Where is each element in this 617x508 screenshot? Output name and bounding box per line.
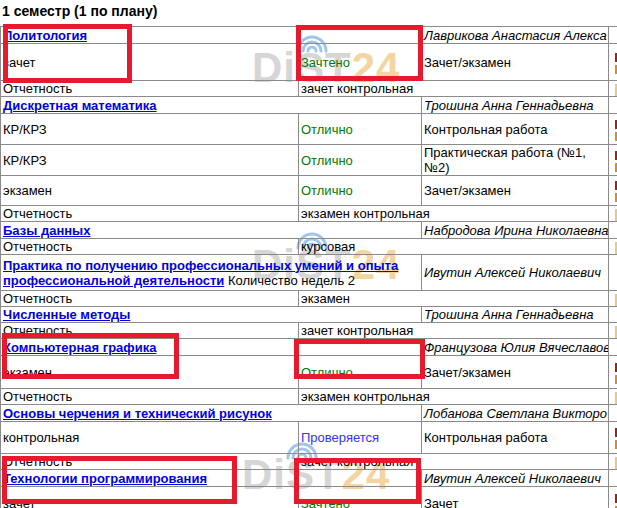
subject-row: Практика по получению профессиональных у… (1, 255, 617, 291)
clipped-cell (609, 405, 617, 422)
report-value: курсовая (299, 239, 609, 255)
teacher-name: Набродова Ирина Николаевна (422, 222, 609, 239)
subject-row: Базы данных Набродова Ирина Николаевна (1, 222, 617, 239)
report-label: Отчетность (1, 239, 299, 255)
subject-link-chislennye-metody[interactable]: Численные методы (3, 307, 130, 322)
subject-row: Дискретная математика Трошина Анна Генна… (1, 97, 617, 114)
report-label: Отчетность (1, 323, 299, 339)
assessment-form: экзамен (1, 356, 299, 389)
clipped-cell (609, 422, 617, 454)
clipped-cell (609, 176, 617, 206)
subject-link-kompyuternaya-grafika[interactable]: Компьютерная графика (3, 340, 156, 355)
report-value: зачет контрольная (299, 81, 609, 97)
clipped-cell (609, 27, 617, 44)
report-value: экзамен (299, 291, 609, 307)
clipped-cell (609, 291, 617, 307)
teacher-name: Французова Юлия Вячеславове (422, 339, 609, 356)
report-row: Отчетность экзамен (1, 291, 617, 307)
teacher-name: Трошина Анна Геннадьевна (422, 307, 609, 323)
clipped-cell (609, 339, 617, 356)
clipped-cell (609, 239, 617, 255)
report-label: Отчетность (1, 389, 299, 405)
grade-value: Отлично (299, 176, 422, 206)
report-label: Отчетность (1, 81, 299, 97)
assessment-form: экзамен (1, 176, 299, 206)
teacher-name: Ивутин Алексей Николаевич (422, 470, 609, 487)
clipped-cell (609, 114, 617, 145)
report-row: Отчетность зачет контрольная (1, 323, 617, 339)
assessment-type: Зачет (422, 487, 609, 508)
teacher-name: Ивутин Алексей Николаевич (422, 255, 609, 291)
report-value: экзамен контрольная (299, 206, 609, 222)
clipped-cell (609, 454, 617, 470)
grade-row: зачет Зачтено Зачет/экзамен (1, 44, 617, 81)
semester-title: 1 семестр (1 по плану) (2, 3, 157, 19)
assessment-type: Контрольная работа (422, 422, 609, 454)
clipped-cell (609, 389, 617, 405)
grade-value: Отлично (299, 356, 422, 389)
subject-link-politologiya[interactable]: Политология (3, 28, 87, 43)
report-value: экзамен контрольная (299, 389, 609, 405)
teacher-name: Трошина Анна Геннадьевна (422, 97, 609, 114)
assessment-type: Контрольная работа (422, 114, 609, 145)
subject-row: Основы черчения и технический рисунок Ло… (1, 405, 617, 422)
assessment-type: Зачет/экзамен (422, 176, 609, 206)
report-label: Отчетность (1, 206, 299, 222)
subject-row: Компьютерная графика Французова Юлия Вяч… (1, 339, 617, 356)
assessment-type: Зачет/экзамен (422, 44, 609, 81)
clipped-cell (609, 44, 617, 81)
grade-row: экзамен Отлично Зачет/экзамен (1, 176, 617, 206)
clipped-cell (609, 206, 617, 222)
subject-link-bazy-dannyh[interactable]: Базы данных (3, 223, 90, 238)
subject-link-osnovy-chercheniya[interactable]: Основы черчения и технический рисунок (3, 406, 272, 421)
report-row: Отчетность зачет контрольная (1, 81, 617, 97)
report-row: Отчетность экзамен контрольная (1, 206, 617, 222)
grade-row: КР/КРЗ Отлично Практическая работа (№1, … (1, 145, 617, 176)
grade-value: Зачтено (299, 44, 422, 81)
clipped-cell (609, 97, 617, 114)
gradebook-screen: 1 семестр (1 по плану) DiST24 DiST24 DiS… (0, 0, 617, 508)
assessment-form: КР/КРЗ (1, 114, 299, 145)
subject-row: Технологии программирования Ивутин Алекс… (1, 470, 617, 487)
report-label: Отчетность (1, 291, 299, 307)
grade-row: экзамен Отлично Зачет/экзамен (1, 356, 617, 389)
clipped-cell (609, 222, 617, 239)
clipped-cell (609, 307, 617, 323)
report-row: Отчетность экзамен контрольная (1, 389, 617, 405)
clipped-cell (609, 323, 617, 339)
subject-row: Численные методы Трошина Анна Геннадьевн… (1, 307, 617, 323)
assessment-form: зачет (1, 44, 299, 81)
clipped-cell (609, 145, 617, 176)
grade-value: Проверяется (299, 422, 422, 454)
report-row: Отчетность зачет контрольная (1, 454, 617, 470)
report-value: зачет контрольная (299, 323, 609, 339)
assessment-type: Зачет/экзамен (422, 356, 609, 389)
clipped-cell (609, 470, 617, 487)
subject-row: Политология Лаврикова Анастасия Алекса (1, 27, 617, 44)
teacher-name: Лаврикова Анастасия Алекса (422, 27, 609, 44)
clipped-cell (609, 81, 617, 97)
grade-row: КР/КРЗ Отлично Контрольная работа (1, 114, 617, 145)
grade-value: Зачтено (299, 487, 422, 508)
clipped-cell (609, 356, 617, 389)
grade-row: контрольная Проверяется Контрольная рабо… (1, 422, 617, 454)
report-row: Отчетность курсовая (1, 239, 617, 255)
teacher-name: Лобанова Светлана Викторо (422, 405, 609, 422)
subject-link-tehnologii-programmirovaniya[interactable]: Технологии программирования (3, 471, 207, 486)
assessment-form: зачет (1, 487, 299, 508)
assessment-form: контрольная (1, 422, 299, 454)
subject-extra-weeks: Количество недель 2 (228, 273, 355, 288)
grade-row: зачет Зачтено Зачет (1, 487, 617, 508)
report-label: Отчетность (1, 454, 299, 470)
semester-table: Политология Лаврикова Анастасия Алекса з… (0, 26, 617, 508)
assessment-form: КР/КРЗ (1, 145, 299, 176)
clipped-cell (609, 255, 617, 291)
subject-link-diskretnaya-matematika[interactable]: Дискретная математика (3, 98, 157, 113)
clipped-cell (609, 487, 617, 508)
assessment-type: Практическая работа (№1, №2) (422, 145, 609, 176)
report-value: зачет контрольная (299, 454, 609, 470)
grade-value: Отлично (299, 145, 422, 176)
grade-value: Отлично (299, 114, 422, 145)
